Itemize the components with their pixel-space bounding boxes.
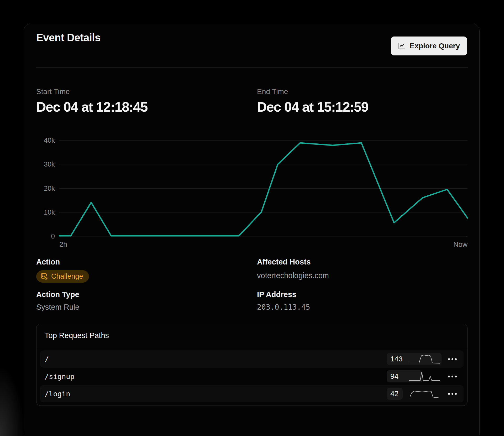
count-value: 42: [390, 390, 398, 398]
sparkline-chart: [409, 371, 440, 382]
page-title: Event Details: [36, 32, 101, 44]
y-tick-label: 40k: [31, 136, 55, 144]
ip-address-value: 203.0.113.45: [257, 303, 310, 312]
start-time-label: Start Time: [36, 87, 148, 96]
row-menu-ellipsis-icon[interactable]: [446, 370, 459, 382]
path-value: /login: [45, 390, 387, 398]
challenge-icon: [40, 273, 48, 281]
line-chart-icon: [398, 42, 406, 50]
count-value: 94: [390, 372, 398, 381]
header-divider: [36, 67, 468, 68]
path-row-signup: /signup 94: [40, 368, 464, 385]
action-type-label: Action Type: [36, 290, 79, 299]
y-tick-label: 0: [31, 232, 55, 240]
affected-hosts-value: votertechologies.com: [257, 271, 329, 280]
count-value: 143: [390, 355, 403, 363]
end-time-value: Dec 04 at 15:12:59: [257, 99, 368, 115]
ip-address-label: IP Address: [257, 290, 296, 299]
start-time-block: Start Time Dec 04 at 12:18:45: [36, 87, 148, 115]
action-label: Action: [36, 258, 60, 266]
panel-divider: [36, 347, 467, 347]
explore-query-button[interactable]: Explore Query: [391, 37, 467, 55]
x-tick-start: 2h: [59, 241, 67, 249]
x-tick-end: Now: [453, 241, 468, 249]
path-metric: 42: [387, 388, 442, 400]
traffic-chart: [59, 140, 468, 236]
y-tick-label: 30k: [31, 160, 55, 168]
y-tick-label: 20k: [31, 184, 55, 193]
event-details-card: Event Details Explore Query Start Time D…: [24, 24, 480, 436]
x-axis-labels: 2h Now: [59, 241, 468, 249]
end-time-block: End Time Dec 04 at 15:12:59: [257, 87, 368, 115]
explore-query-label: Explore Query: [410, 42, 460, 50]
challenge-badge: Challenge: [36, 270, 89, 283]
path-value: /signup: [45, 372, 387, 381]
top-request-paths-title: Top Request Paths: [45, 324, 109, 347]
traffic-chart-line: [59, 140, 468, 236]
action-type-value: System Rule: [36, 303, 79, 312]
path-row-root: / 143: [40, 350, 464, 368]
end-time-label: End Time: [257, 87, 368, 96]
top-request-paths-panel: Top Request Paths / 143 /signup 94 /logi…: [36, 324, 468, 406]
row-menu-ellipsis-icon[interactable]: [446, 388, 459, 400]
path-metric: 94: [387, 370, 442, 382]
path-row-login: /login 42: [40, 385, 464, 402]
y-tick-label: 10k: [31, 208, 55, 216]
path-metric: 143: [387, 353, 442, 365]
row-menu-ellipsis-icon[interactable]: [446, 353, 459, 365]
sparkline-chart: [409, 388, 440, 399]
sparkline-chart: [409, 354, 440, 365]
affected-hosts-label: Affected Hosts: [257, 258, 311, 266]
start-time-value: Dec 04 at 12:18:45: [36, 99, 148, 115]
background-glow: [0, 368, 24, 436]
challenge-badge-label: Challenge: [51, 272, 83, 281]
path-value: /: [45, 355, 387, 363]
